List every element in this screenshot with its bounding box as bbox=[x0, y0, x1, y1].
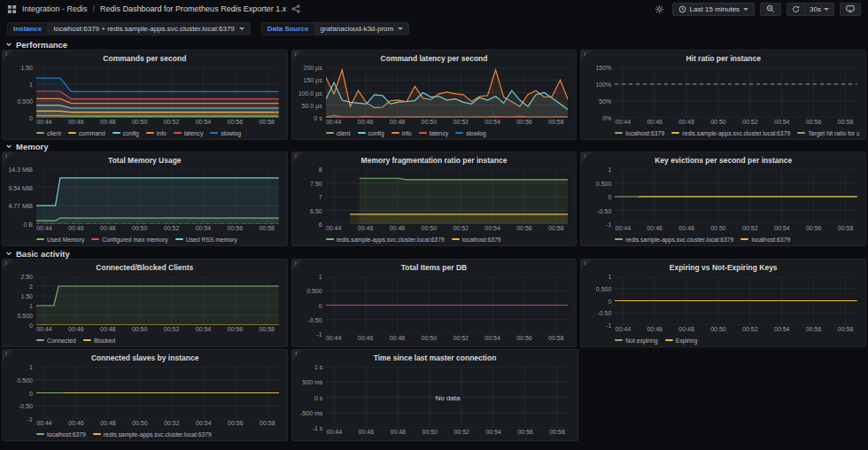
legend-item[interactable]: redis.sample-apps.svc.cluster.local:6379 bbox=[93, 431, 212, 438]
legend-empty bbox=[292, 438, 577, 440]
x-axis-tick: 00:44 bbox=[36, 420, 52, 426]
y-axis-tick: -0.50 bbox=[308, 316, 322, 322]
panel-title[interactable]: Command latency per second bbox=[292, 53, 577, 64]
panel-title[interactable]: Memory fragmentation ratio per instance bbox=[292, 155, 577, 166]
legend-item[interactable]: Not expiring bbox=[615, 338, 657, 344]
panel-info-corner[interactable] bbox=[292, 50, 303, 61]
chevron-down-icon bbox=[5, 250, 12, 257]
legend-swatch bbox=[36, 433, 44, 435]
legend-item[interactable]: latency bbox=[419, 130, 449, 136]
legend-item[interactable]: localhost:6379 bbox=[740, 237, 790, 243]
x-axis-tick: 00:50 bbox=[710, 225, 726, 231]
panel-info-corner[interactable] bbox=[292, 350, 303, 361]
legend-label: localhost:6379 bbox=[47, 431, 86, 438]
panel-info-corner[interactable] bbox=[3, 50, 13, 61]
legend-label: latency bbox=[430, 130, 449, 136]
refresh-interval-label: 30s bbox=[810, 5, 821, 13]
legend-item[interactable]: info bbox=[391, 130, 412, 136]
row-header-memory[interactable]: Memory bbox=[5, 141, 48, 151]
chart-canvas bbox=[36, 367, 279, 419]
instance-variable-value[interactable]: localhost:6379 + redis.sample-apps.svc.c… bbox=[47, 22, 250, 35]
row-header-basic-activity[interactable]: Basic activity bbox=[5, 248, 70, 259]
panel-info-corner[interactable] bbox=[581, 260, 592, 270]
datasource-variable-value[interactable]: grafanacloud-k3d-prom bbox=[314, 22, 410, 35]
panel-info-corner[interactable] bbox=[3, 152, 13, 163]
panel-title[interactable]: Connected slaves by instance bbox=[3, 353, 287, 363]
legend-item[interactable]: redis.sample-apps.svc.cluster.local:6379 bbox=[326, 237, 445, 243]
x-axis-tick: 00:58 bbox=[259, 326, 275, 332]
legend-item[interactable]: config bbox=[112, 130, 139, 136]
legend-item[interactable]: client bbox=[326, 130, 351, 136]
panel-info-corner[interactable] bbox=[581, 152, 592, 163]
y-axis-tick: 2.50 bbox=[20, 274, 33, 280]
legend-item[interactable]: Target hit ratio for cache bbox=[797, 130, 860, 136]
panel-info-corner[interactable] bbox=[3, 260, 13, 270]
x-axis-tick: 00:56 bbox=[228, 225, 244, 231]
legend-label: Not expiring bbox=[625, 338, 657, 344]
legend: Not expiringExpiring bbox=[615, 335, 860, 345]
legend-item[interactable]: redis.sample-apps.svc.cluster.local:6379 bbox=[615, 237, 733, 243]
legend-item[interactable]: slowlog bbox=[210, 130, 241, 136]
row-header-performance[interactable]: Performance bbox=[5, 39, 67, 50]
x-axis-tick: 00:58 bbox=[259, 119, 275, 125]
legend-item[interactable]: localhost:6379 bbox=[615, 130, 664, 136]
chevron-down-icon bbox=[743, 8, 748, 11]
apps-grid-icon[interactable] bbox=[7, 4, 17, 14]
panel-title[interactable]: Total Memory Usage bbox=[3, 155, 287, 166]
panel-info-corner[interactable] bbox=[292, 152, 303, 163]
panel-title[interactable]: Expiring vs Not-Expiring Keys bbox=[581, 262, 865, 273]
chart-area: 10.5000-0.50-1 bbox=[615, 169, 857, 224]
panel-title[interactable]: Time since last master connection bbox=[292, 353, 577, 363]
legend-label: Used Memory bbox=[47, 237, 84, 243]
panel-title[interactable]: Key evictions per second per instance bbox=[581, 155, 865, 166]
x-axis-tick: 00:44 bbox=[36, 326, 52, 332]
refresh-interval-dropdown[interactable]: 30s bbox=[804, 4, 833, 15]
y-axis-tick: 0 B bbox=[23, 221, 33, 228]
tv-mode-button[interactable] bbox=[840, 3, 861, 16]
legend-item[interactable]: Connected bbox=[36, 338, 76, 344]
x-axis-tick: 00:58 bbox=[548, 335, 564, 341]
chart-canvas bbox=[36, 169, 279, 224]
legend-item[interactable]: localhost:6379 bbox=[452, 237, 501, 243]
legend-item[interactable]: Expiring bbox=[665, 338, 698, 344]
x-axis-tick: 00:56 bbox=[228, 326, 244, 332]
dashboard-settings-button[interactable] bbox=[653, 3, 667, 16]
legend-item[interactable]: slowlog bbox=[455, 130, 486, 136]
panel-memory-fragmentation-ratio: iMemory fragmentation ratio per instance… bbox=[291, 151, 577, 246]
legend-item[interactable]: client bbox=[36, 130, 61, 136]
legend-item[interactable]: command bbox=[68, 130, 105, 136]
series-fill-localhost bbox=[350, 214, 569, 224]
legend-item[interactable]: redis.sample-apps.svc.cluster.local:6379 bbox=[671, 130, 790, 136]
panel-info-corner[interactable] bbox=[581, 50, 592, 61]
legend-item[interactable]: Configured max memory bbox=[91, 237, 167, 243]
y-axis-tick: 0 bbox=[29, 322, 33, 329]
refresh-button[interactable] bbox=[787, 4, 804, 15]
panel-info-corner[interactable] bbox=[3, 350, 13, 361]
legend-item[interactable]: info bbox=[146, 130, 167, 136]
legend-item[interactable]: config bbox=[358, 130, 384, 136]
legend-swatch bbox=[797, 132, 805, 134]
breadcrumb-folder[interactable]: Integration - Redis bbox=[22, 4, 88, 13]
legend-label: info bbox=[157, 130, 167, 136]
panel-title[interactable]: Total Items per DB bbox=[292, 262, 577, 273]
panel-total-memory-usage: iTotal Memory Usage14.3 MiB9.54 MiB4.77 … bbox=[2, 151, 288, 246]
zoom-out-button[interactable] bbox=[760, 3, 781, 16]
time-range-picker[interactable]: Last 15 minutes bbox=[672, 3, 755, 16]
panel-title[interactable]: Commands per second bbox=[3, 53, 287, 64]
panel-info-corner[interactable] bbox=[292, 260, 303, 270]
legend-swatch bbox=[615, 339, 623, 341]
legend-item[interactable]: Blocked bbox=[83, 338, 115, 344]
panel-title[interactable]: Hit ratio per instance bbox=[581, 53, 865, 64]
legend-item[interactable]: Used RSS memory bbox=[175, 237, 237, 243]
row-title: Memory bbox=[16, 142, 48, 151]
x-axis-tick: 00:54 bbox=[196, 119, 212, 125]
x-axis-tick: 00:54 bbox=[196, 326, 212, 332]
legend-item[interactable]: Used Memory bbox=[36, 237, 84, 243]
panel-title[interactable]: Connected/Blocked Clients bbox=[3, 262, 287, 273]
legend-item[interactable]: latency bbox=[174, 130, 204, 136]
x-axis-tick: 00:50 bbox=[132, 225, 148, 231]
legend: clientcommandconfiginfolatencyslowlog bbox=[36, 128, 282, 138]
share-icon[interactable] bbox=[291, 4, 300, 13]
legend-item[interactable]: localhost:6379 bbox=[36, 431, 86, 438]
legend-swatch bbox=[83, 339, 91, 341]
